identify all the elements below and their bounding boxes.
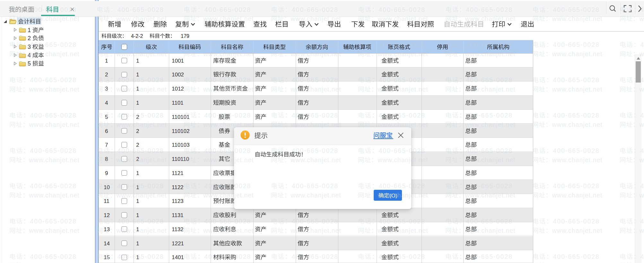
svg-text:179: 179 [181,33,189,39]
svg-text:13: 13 [104,226,110,232]
svg-text:1101: 1101 [172,100,184,106]
svg-text:15: 15 [104,254,110,260]
svg-text:1: 1 [136,254,139,260]
svg-text:110103: 110103 [172,142,189,148]
svg-text:www.chanjet.net: www.chanjet.net [29,192,80,199]
svg-text:1122: 1122 [172,184,184,190]
svg-text:2: 2 [136,142,139,148]
svg-text:7: 7 [105,142,108,148]
svg-text:5: 5 [105,114,108,120]
svg-text:400-665-0028: 400-665-0028 [553,182,600,189]
svg-text:www.chanjet.net: www.chanjet.net [552,121,603,128]
svg-text:11: 11 [104,198,109,204]
svg-text:400-665-0028: 400-665-0028 [553,41,600,48]
svg-text:1: 1 [136,170,139,176]
svg-text:www.chanjet.net: www.chanjet.net [29,121,80,128]
svg-text:400-665-0028: 400-665-0028 [553,147,600,154]
svg-text:1: 1 [136,57,139,64]
svg-text:9: 9 [105,170,108,176]
svg-text:1221: 1221 [172,240,184,246]
svg-text:2: 2 [105,72,108,78]
svg-text:1132: 1132 [172,226,184,232]
svg-text:110110: 110110 [172,156,189,162]
svg-text:400-665-0028: 400-665-0028 [553,253,600,260]
svg-text:www.chanjet.net: www.chanjet.net [552,86,603,93]
svg-text:www.chanjet.net: www.chanjet.net [552,192,603,199]
svg-text:1: 1 [136,86,139,92]
svg-text:2: 2 [136,128,139,134]
svg-text:1: 1 [136,226,139,232]
svg-text:400-665-0028: 400-665-0028 [640,41,644,48]
svg-text:2: 2 [136,114,139,120]
svg-text:4: 4 [28,52,31,58]
svg-text:1401: 1401 [172,254,184,260]
svg-text:www.chanjet.net: www.chanjet.net [29,86,80,93]
svg-text:6: 6 [105,128,108,134]
svg-text:www.chanjet.net: www.chanjet.net [552,50,603,57]
svg-text:400-665-0028: 400-665-0028 [553,76,600,83]
svg-text:400-665-0028: 400-665-0028 [553,218,600,225]
svg-text:1: 1 [136,100,139,106]
svg-text:400-665-0028: 400-665-0028 [30,112,77,119]
svg-text:400-665-0028: 400-665-0028 [30,182,77,189]
svg-text:1: 1 [136,184,139,190]
svg-text:1: 1 [136,198,139,204]
svg-text:400-665-0028: 400-665-0028 [30,147,77,154]
svg-text:1121: 1121 [172,170,184,176]
svg-text:(O): (O) [389,192,397,198]
svg-text:1123: 1123 [172,198,184,204]
svg-text:14: 14 [104,240,110,246]
svg-text:4: 4 [105,100,108,106]
svg-text:400-665-0028: 400-665-0028 [30,76,77,83]
svg-text:www.chanjet.net: www.chanjet.net [29,227,80,234]
svg-text:1: 1 [136,72,139,78]
svg-text:110101: 110101 [172,114,189,120]
svg-text:1: 1 [28,27,31,33]
svg-text:2: 2 [136,156,139,162]
svg-text:1: 1 [105,57,108,64]
svg-text:400-665-0028: 400-665-0028 [553,112,600,119]
svg-text:12: 12 [104,212,110,218]
svg-text:1: 1 [136,212,139,218]
svg-text:1: 1 [136,240,139,246]
svg-text:400-665-0028: 400-665-0028 [30,253,77,260]
svg-text:110102: 110102 [172,128,189,134]
svg-text:1001: 1001 [172,57,184,64]
svg-text:400-665-0028: 400-665-0028 [30,218,77,225]
svg-text:1002: 1002 [172,72,184,78]
svg-text:www.chanjet.net: www.chanjet.net [552,227,603,234]
svg-text:www.chanjet.net: www.chanjet.net [552,156,603,163]
svg-text:3: 3 [105,86,108,92]
svg-text:2: 2 [28,35,31,41]
svg-text:3: 3 [28,44,31,50]
svg-text:1131: 1131 [172,212,184,218]
svg-text:4-2-2: 4-2-2 [131,33,143,39]
svg-text:5: 5 [28,60,31,67]
svg-text:1012: 1012 [172,86,184,92]
svg-text:10: 10 [104,184,110,190]
svg-text:8: 8 [105,156,108,162]
svg-text:www.chanjet.net: www.chanjet.net [29,156,80,163]
